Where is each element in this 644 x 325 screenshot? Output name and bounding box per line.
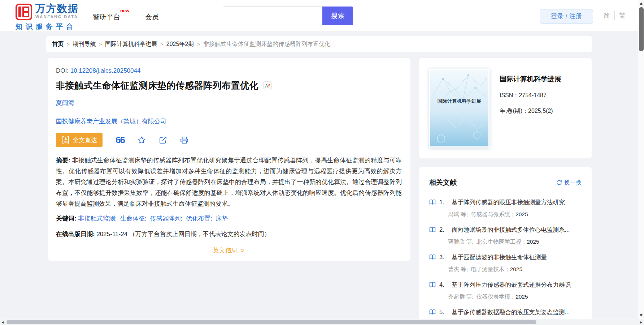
keyword-link[interactable]: 床垫 [216,215,228,222]
nav-member[interactable]: 会员 [145,12,159,22]
language-toggle: 简 繁 [604,11,626,20]
author-link[interactable]: 夏闽海 [56,99,74,106]
refresh-icon [556,180,562,185]
breadcrumb-issue[interactable]: 2025年2期 [166,40,194,48]
login-register-button[interactable]: 登录 / 注册 [540,9,593,23]
journal-card: 国际计算机科学进展 国际计算机科学进展 ISSN：2754-1487 年,卷(期… [419,58,592,158]
metrics-badge[interactable]: M [263,81,272,90]
related-item: 3. 基于匹配滤波的非接触生命体征测量 曹杰 等;电子测量技术；2025 [429,253,582,273]
book-icon [429,281,436,288]
article-title: 非接触式生命体征监测床垫的传感器阵列布置优化 [56,80,258,91]
nav-zhiyan-platform[interactable]: 智研平台 [93,12,120,22]
chevron-double-down-icon [240,248,245,253]
horizontal-scrollbar[interactable] [0,319,644,325]
fulltext-button[interactable]: free 全文直达 [56,133,103,147]
breadcrumb-journal[interactable]: 国际计算机科学进展 [105,40,157,48]
breadcrumb-separator: > [67,42,70,47]
journal-issn-row: ISSN：2754-1487 [500,92,561,99]
related-item-title[interactable]: 5. 基于多传感器数据融合的液压支架姿态监测... [429,308,582,316]
journal-cover[interactable]: 国际计算机科学进展 [429,69,489,147]
breadcrumb-separator: > [99,42,102,47]
abstract-label: 摘要: [56,157,70,164]
english-info-toggle[interactable]: 英文信息 [56,246,402,255]
book-icon [429,309,436,315]
action-toolbar: free 全文直达 66 [56,133,402,147]
related-item: 5. 基于多传感器数据融合的液压支架姿态监测... [429,308,582,316]
keyword-link[interactable]: 传感器阵列 [150,215,180,222]
book-icon [429,254,436,260]
doi-link[interactable]: 10.12208/j.aics.20250044 [70,67,141,74]
book-icon [429,199,436,205]
related-item-title[interactable]: 3. 基于匹配滤波的非接触生命体征测量 [429,253,582,261]
related-literature-card: 相关文献 换一换 1. 基于阵列传感器的眼压非接触测量方法研究 冯斌 等;传感器… [419,167,592,325]
related-item-meta: 冯斌 等;传感器与微系统；2025 [448,211,582,218]
breadcrumb-home[interactable]: 首页 [52,40,64,48]
breadcrumb: 首页 > 期刊导航 > 国际计算机科学进展 > 2025年2期 > 非接触式生命… [46,36,592,52]
search-bar: 搜索 [223,7,353,25]
breadcrumb-separator: > [197,42,200,47]
book-icon [429,226,436,233]
journal-cover-title: 国际计算机科学进展 [430,98,488,104]
breadcrumb-current-article: 非接触式生命体征监测床垫的传感器阵列布置优化 [203,40,330,48]
journal-name[interactable]: 国际计算机科学进展 [500,74,561,84]
keyword-link[interactable]: 生命体征 [120,215,145,222]
favorite-star-icon[interactable] [138,136,146,144]
related-item: 1. 基于阵列传感器的眼压非接触测量方法研究 冯斌 等;传感器与微系统；2025 [429,198,582,218]
doi-label: DOI: [56,67,69,74]
journal-volume-row: 年,卷(期)：2025,5(2) [500,107,561,115]
affiliation-link[interactable]: 国投健康养老产业发展（盐城）有限公司 [56,118,166,125]
abstract: 摘要: 非接触式生命体征监测床垫的传感器阵列布置优化研究聚焦于通过合理配置传感器… [56,155,402,209]
related-item-meta: 曹雅欣 等;北京生物医学工程；2025 [448,238,582,246]
horizontal-scroll-thumb[interactable] [6,320,536,324]
vertical-scroll-thumb[interactable] [639,7,644,51]
scroll-down-arrow[interactable] [640,314,643,317]
publish-date-value: 2025-11-24 [96,231,127,238]
publish-date-label: 在线出版日期: [56,231,95,238]
publish-date-row: 在线出版日期: 2025-11-24 （万方平台首次上网日期，不代表论文的发表时… [56,230,402,238]
related-item-meta: 曹杰 等;电子测量技术；2025 [448,266,582,273]
volume-label: 年,卷(期)： [500,108,528,114]
lang-traditional[interactable]: 繁 [614,11,626,20]
scroll-up-arrow[interactable] [640,2,643,5]
doi-row: DOI: 10.12208/j.aics.20250044 [56,67,402,74]
search-input[interactable] [223,7,322,25]
wanfang-logo-icon [16,4,32,20]
brand-name: 万方数据 [35,4,79,14]
header: 万方数据 WANFANG DATA 知识服务平台 智研平台 new 会员 搜索 … [0,0,644,32]
search-button[interactable]: 搜索 [322,7,353,25]
related-item-title[interactable]: 4. 基于阵列压力传感器的嵌套式递推分布力辨识 [429,281,582,288]
volume-value: 2025,5(2) [528,108,553,114]
svg-text:free: free [64,141,68,143]
abstract-text: 非接触式生命体征监测床垫的传感器阵列布置优化研究聚焦于通过合理配置传感器阵列，提… [56,157,402,207]
refresh-related-button[interactable]: 换一换 [556,179,582,187]
related-item-meta: 齐超群 等;仪器仪表学报；2025 [448,293,582,301]
quote-icon[interactable]: 66 [116,136,125,144]
related-heading: 相关文献 [429,178,457,187]
scroll-right-arrow[interactable] [640,321,642,324]
related-item: 2. 面向睡眠场景的非接触式多体位心电监测系... 曹雅欣 等;北京生物医学工程… [429,226,582,246]
breadcrumb-separator: > [160,42,163,47]
issn-label: ISSN： [500,92,519,98]
brand-name-en: WANFANG DATA [35,14,79,19]
keyword-link[interactable]: 非接触式监测 [78,215,115,222]
brand-tagline: 知识服务平台 [16,22,79,31]
wanfang-logo[interactable]: 万方数据 WANFANG DATA 知识服务平台 [16,4,79,31]
issn-value: 2754-1487 [519,92,547,98]
download-free-icon: free [61,136,70,144]
share-icon[interactable] [159,136,167,144]
publish-date-note: （万方平台首次上网日期，不代表论文的发表时间） [129,231,270,238]
scroll-left-arrow[interactable] [2,321,4,324]
related-list: 1. 基于阵列传感器的眼压非接触测量方法研究 冯斌 等;传感器与微系统；2025… [429,198,582,316]
lang-simplified[interactable]: 简 [604,11,610,20]
breadcrumb-journal-nav[interactable]: 期刊导航 [73,40,96,48]
keywords-label: 关键词: [56,215,77,222]
new-badge: new [120,8,129,13]
print-icon[interactable] [180,136,188,144]
vertical-scrollbar[interactable] [638,0,644,319]
journal-cover-art [430,70,488,146]
keyword-link[interactable]: 优化布置 [186,215,210,222]
related-item-title[interactable]: 2. 面向睡眠场景的非接触式多体位心电监测系... [429,226,582,234]
keywords-row: 关键词: 非接触式监测; 生命体征; 传感器阵列; 优化布置; 床垫 [56,214,402,223]
related-item-title[interactable]: 1. 基于阵列传感器的眼压非接触测量方法研究 [429,198,582,206]
article-card: DOI: 10.12208/j.aics.20250044 非接触式生命体征监测… [48,58,410,261]
